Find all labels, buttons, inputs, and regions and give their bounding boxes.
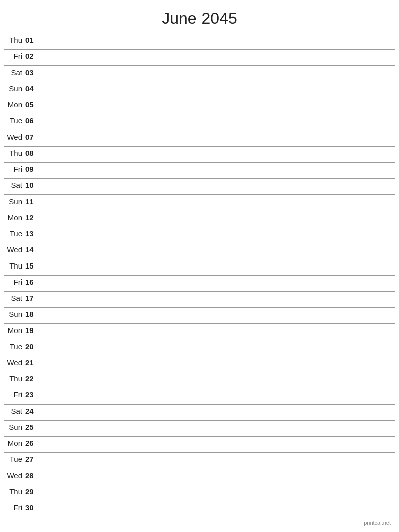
page-title: June 2045 <box>0 0 399 34</box>
day-row: Wed07 <box>4 130 395 147</box>
day-name: Wed <box>4 358 25 367</box>
calendar-container: Thu01Fri02Sat03Sun04Mon05Tue06Wed07Thu08… <box>0 34 399 517</box>
day-number: 04 <box>25 84 40 93</box>
day-name: Sun <box>4 84 25 93</box>
day-number: 13 <box>25 229 40 238</box>
day-row: Mon12 <box>4 211 395 227</box>
day-row: Sun11 <box>4 195 395 211</box>
day-row: Tue27 <box>4 453 395 469</box>
day-number: 25 <box>25 423 40 431</box>
day-row: Fri23 <box>4 388 395 405</box>
day-name: Mon <box>4 439 25 447</box>
day-number: 11 <box>25 197 40 206</box>
day-name: Tue <box>4 455 25 463</box>
day-row: Sat17 <box>4 292 395 308</box>
day-number: 27 <box>25 455 40 463</box>
day-row: Thu01 <box>4 34 395 50</box>
day-name: Sun <box>4 423 25 431</box>
day-number: 12 <box>25 213 40 222</box>
day-name: Thu <box>4 374 25 383</box>
day-number: 10 <box>25 181 40 189</box>
day-row: Tue20 <box>4 340 395 356</box>
day-row: Fri09 <box>4 163 395 179</box>
day-row: Thu08 <box>4 147 395 163</box>
day-number: 26 <box>25 439 40 447</box>
day-row: Sat24 <box>4 405 395 421</box>
day-name: Wed <box>4 245 25 254</box>
day-name: Thu <box>4 261 25 270</box>
day-number: 15 <box>25 261 40 270</box>
day-row: Sun04 <box>4 82 395 98</box>
day-number: 06 <box>25 116 40 125</box>
day-name: Mon <box>4 100 25 109</box>
day-name: Fri <box>4 503 25 512</box>
day-name: Sat <box>4 294 25 302</box>
day-number: 14 <box>25 245 40 254</box>
day-name: Wed <box>4 132 25 141</box>
day-name: Wed <box>4 471 25 480</box>
day-name: Tue <box>4 229 25 238</box>
footer-label: printcal.net <box>364 520 391 526</box>
day-name: Fri <box>4 390 25 399</box>
day-number: 20 <box>25 342 40 351</box>
day-name: Sat <box>4 68 25 77</box>
day-name: Sun <box>4 197 25 206</box>
day-row: Mon19 <box>4 324 395 340</box>
day-number: 17 <box>25 294 40 302</box>
day-row: Sun25 <box>4 421 395 437</box>
day-number: 16 <box>25 278 40 286</box>
day-name: Fri <box>4 52 25 60</box>
day-number: 21 <box>25 358 40 367</box>
day-row: Thu29 <box>4 485 395 501</box>
day-name: Thu <box>4 487 25 496</box>
day-name: Sun <box>4 310 25 318</box>
day-row: Fri02 <box>4 50 395 66</box>
day-row: Sat03 <box>4 66 395 82</box>
day-number: 03 <box>25 68 40 77</box>
day-row: Mon05 <box>4 98 395 114</box>
day-number: 02 <box>25 52 40 60</box>
day-row: Mon26 <box>4 437 395 453</box>
day-row: Wed21 <box>4 356 395 372</box>
day-name: Mon <box>4 213 25 222</box>
day-name: Tue <box>4 342 25 351</box>
day-row: Tue13 <box>4 227 395 243</box>
day-name: Thu <box>4 36 25 44</box>
day-number: 29 <box>25 487 40 496</box>
day-name: Mon <box>4 326 25 335</box>
day-name: Sat <box>4 407 25 415</box>
day-number: 22 <box>25 374 40 383</box>
day-number: 18 <box>25 310 40 318</box>
day-number: 23 <box>25 390 40 399</box>
day-number: 07 <box>25 132 40 141</box>
day-number: 08 <box>25 149 40 157</box>
day-name: Thu <box>4 149 25 157</box>
day-row: Sat10 <box>4 179 395 195</box>
day-name: Tue <box>4 116 25 125</box>
day-row: Wed14 <box>4 243 395 259</box>
day-name: Fri <box>4 278 25 286</box>
day-number: 28 <box>25 471 40 480</box>
day-name: Sat <box>4 181 25 189</box>
day-row: Thu15 <box>4 259 395 276</box>
day-number: 01 <box>25 36 40 44</box>
day-number: 30 <box>25 503 40 512</box>
day-row: Wed28 <box>4 469 395 485</box>
day-name: Fri <box>4 165 25 173</box>
day-row: Sun18 <box>4 308 395 324</box>
day-number: 09 <box>25 165 40 173</box>
day-number: 24 <box>25 407 40 415</box>
day-number: 05 <box>25 100 40 109</box>
day-row: Fri16 <box>4 276 395 292</box>
day-row: Tue06 <box>4 114 395 130</box>
day-number: 19 <box>25 326 40 335</box>
day-row: Fri30 <box>4 501 395 517</box>
day-row: Thu22 <box>4 372 395 388</box>
